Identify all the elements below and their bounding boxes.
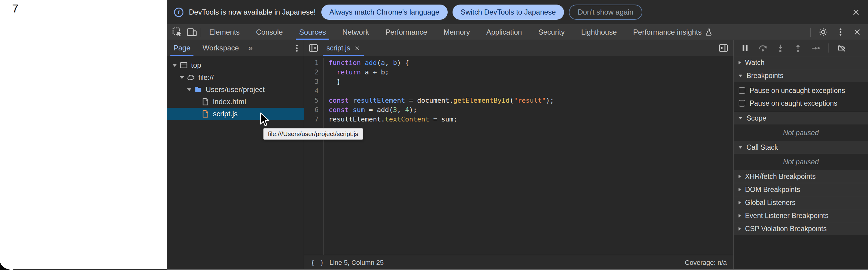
folder-icon <box>194 85 203 94</box>
step-out-icon[interactable] <box>793 43 803 53</box>
step-into-icon[interactable] <box>776 43 785 53</box>
inspect-icon[interactable] <box>172 27 183 37</box>
more-options-icon[interactable] <box>836 27 845 37</box>
code-text: function add(a, b) { <box>323 58 734 67</box>
tab-performance-insights[interactable]: Performance insights <box>625 24 721 40</box>
toggle-debugger-button[interactable] <box>718 43 728 53</box>
expand-arrow-icon[interactable] <box>170 64 179 67</box>
close-icon[interactable] <box>853 28 861 36</box>
coverage-label: Coverage: n/a <box>685 259 727 267</box>
tab-performance[interactable]: Performance <box>377 24 435 40</box>
section-watch[interactable]: Watch <box>734 56 868 69</box>
editor-tab-label: script.js <box>327 44 350 52</box>
tab-memory[interactable]: Memory <box>436 24 478 40</box>
code-text: resultElement.textContent = sum; <box>323 115 734 124</box>
expand-arrow-icon <box>739 227 741 231</box>
pause-on-uncaught-exceptions-checkbox[interactable] <box>739 87 745 94</box>
tab-label: Lighthouse <box>581 28 617 36</box>
section-label: Global Listeners <box>745 199 796 207</box>
code-line: 5const resultElement = document.getEleme… <box>304 96 734 105</box>
tree-item-file[interactable]: file:// <box>167 71 304 84</box>
section-csp-violation-breakpoints[interactable]: CSP Violation Breakpoints <box>734 222 868 235</box>
devtools-main-toolbar: ElementsConsoleSourcesNetworkPerformance… <box>167 24 868 40</box>
step-icon[interactable] <box>811 43 820 53</box>
tab-network[interactable]: Network <box>334 24 377 40</box>
section-call-stack-content: Not paused <box>734 154 868 170</box>
navigator-tab-workspace[interactable]: Workspace <box>196 40 245 56</box>
more-tabs-chevron[interactable]: » <box>245 43 256 53</box>
sources-navigator-pane: PageWorkspace » topfile://Users/user/pro… <box>167 40 304 270</box>
tree-item-label: index.html <box>213 97 246 106</box>
section-label: Call Stack <box>746 143 778 152</box>
screenshot-root: 7 i DevTools is now available in Japanes… <box>0 0 868 270</box>
settings-gear-icon[interactable] <box>818 27 828 37</box>
collapse-arrow-icon <box>739 146 742 149</box>
infobar-close-button[interactable] <box>852 8 860 17</box>
section-dom-breakpoints[interactable]: DOM Breakpoints <box>734 183 868 196</box>
tab-application[interactable]: Application <box>478 24 530 40</box>
code-line: 3 } <box>304 77 734 86</box>
collapse-arrow-icon <box>739 117 742 119</box>
tree-item-users-user-project[interactable]: Users/user/project <box>167 84 304 96</box>
section-scope[interactable]: Scope <box>734 112 868 125</box>
device-toolbar-icon[interactable] <box>187 27 197 37</box>
flask-icon <box>705 28 713 36</box>
tree-item-label: script.js <box>213 110 238 118</box>
tab-security[interactable]: Security <box>530 24 573 40</box>
tree-item-index-html[interactable]: index.html <box>167 96 304 108</box>
step-over-icon[interactable] <box>758 43 768 53</box>
section-label: Breakpoints <box>746 72 783 80</box>
tree-item-script-js[interactable]: script.js <box>167 108 304 120</box>
tab-console[interactable]: Console <box>248 24 291 40</box>
code-editor[interactable]: 1function add(a, b) {2 return a + b;3 }4… <box>304 56 734 255</box>
switch-devtools-to-japanese-button[interactable]: Switch DevTools to Japanese <box>453 5 564 20</box>
tab-label: Elements <box>209 28 240 36</box>
toggle-navigator-button[interactable] <box>308 43 318 53</box>
pause-icon[interactable] <box>740 43 750 53</box>
code-line: 2 return a + b; <box>304 67 734 77</box>
section-label: CSP Violation Breakpoints <box>745 225 827 233</box>
don-t-show-again-button[interactable]: Don't show again <box>569 5 642 20</box>
code-text: return a + b; <box>323 67 734 77</box>
editor-tab-script-js[interactable]: script.js <box>321 40 366 56</box>
editor-tab-close-icon[interactable] <box>354 45 360 51</box>
tab-sources[interactable]: Sources <box>291 24 334 40</box>
navigator-more-options-icon[interactable] <box>296 44 298 52</box>
section-breakpoints[interactable]: Breakpoints <box>734 69 868 82</box>
pretty-print-icon[interactable]: { } <box>311 259 325 266</box>
debugger-toolbar-separator <box>829 43 829 53</box>
tab-label: Application <box>486 28 522 36</box>
pause-on-caught-exceptions-row[interactable]: Pause on caught exceptions <box>734 97 868 110</box>
tab-elements[interactable]: Elements <box>201 24 248 40</box>
line-number: 2 <box>304 67 323 77</box>
pause-on-uncaught-exceptions-row[interactable]: Pause on uncaught exceptions <box>734 84 868 97</box>
section-global-listeners[interactable]: Global Listeners <box>734 196 868 209</box>
deactivate-breakpoints-icon[interactable] <box>837 43 846 53</box>
line-number: 5 <box>304 96 323 105</box>
window-corner <box>0 261 13 270</box>
section-label: Event Listener Breakpoints <box>745 212 829 220</box>
devtools-window: i DevTools is now available in Japanese!… <box>167 0 868 270</box>
expand-arrow-icon[interactable] <box>178 76 186 79</box>
navigator-tab-page[interactable]: Page <box>167 40 196 56</box>
tree-item-label: file:// <box>198 73 214 82</box>
expand-arrow-icon[interactable] <box>185 88 193 91</box>
line-number: 3 <box>304 77 323 86</box>
section-event-listener-breakpoints[interactable]: Event Listener Breakpoints <box>734 209 868 222</box>
tab-label: Network <box>342 28 369 36</box>
always-match-chrome-s-language-button[interactable]: Always match Chrome's language <box>321 5 448 20</box>
tab-label: Console <box>256 28 283 36</box>
not-paused-label: Not paused <box>734 154 868 170</box>
cloud-icon <box>187 73 195 82</box>
browser-page-area: 7 <box>0 0 167 270</box>
pause-on-caught-exceptions-checkbox[interactable] <box>739 100 745 107</box>
tab-lighthouse[interactable]: Lighthouse <box>573 24 625 40</box>
section-xhr-fetch-breakpoints[interactable]: XHR/fetch Breakpoints <box>734 170 868 183</box>
code-text: const resultElement = document.getElemen… <box>323 96 734 105</box>
section-call-stack[interactable]: Call Stack <box>734 141 868 154</box>
tree-item-top[interactable]: top <box>167 59 304 71</box>
tree-item-label: top <box>191 61 201 69</box>
triangle <box>187 88 191 91</box>
code-line: 6const sum = add(3, 4); <box>304 105 734 115</box>
section-label: XHR/fetch Breakpoints <box>745 173 816 181</box>
